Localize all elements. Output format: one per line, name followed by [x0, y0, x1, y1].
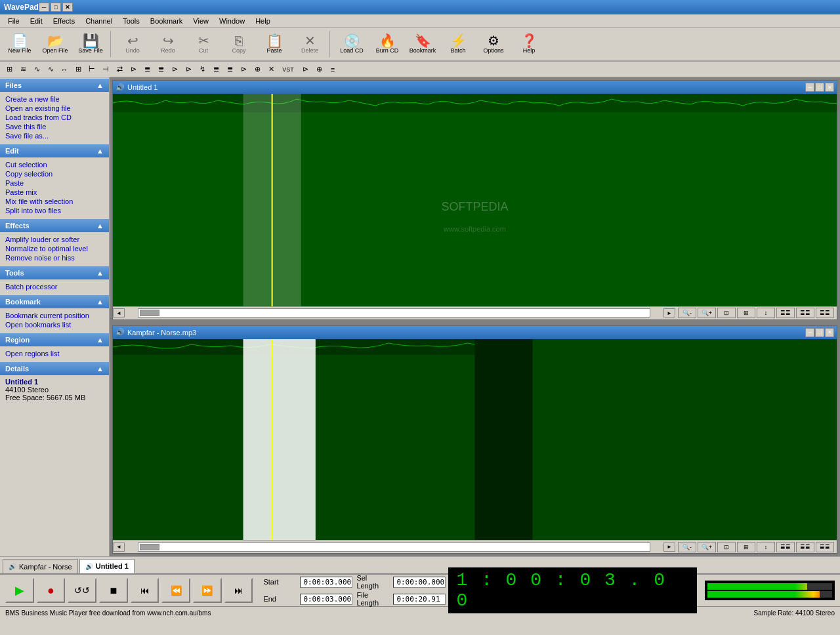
zoom-fit-button-kampfar[interactable]: ⊡ — [717, 542, 736, 552]
redo-button[interactable]: ↪ Redo — [151, 29, 185, 59]
undo-button[interactable]: ↩ Undo — [116, 29, 150, 59]
tb2-btn-12[interactable]: ≣ — [154, 63, 167, 76]
tb2-btn-13[interactable]: ⊳ — [168, 63, 181, 76]
burn-cd-button[interactable]: 🔥 Burn CD — [370, 29, 404, 59]
copy-selection-link[interactable]: Copy selection — [5, 169, 104, 178]
scroll-thumb-untitled1[interactable] — [140, 310, 159, 316]
scroll-right-untitled1[interactable]: ► — [663, 308, 675, 318]
minimize-button[interactable]: ─ — [39, 3, 49, 12]
bookmark-section-header[interactable]: Bookmark ▲ — [0, 295, 109, 308]
tb2-btn-9[interactable]: ⇄ — [113, 63, 126, 76]
tb2-btn-18[interactable]: ⊳ — [237, 63, 250, 76]
tb2-btn-23[interactable]: ≡ — [326, 63, 339, 76]
copy-button[interactable]: ⎘ Copy — [222, 29, 256, 59]
skip-end-button[interactable]: ⏭ — [224, 578, 253, 603]
bookmark-current-position-link[interactable]: Bookmark current position — [5, 311, 104, 320]
batch-processor-link[interactable]: Batch processor — [5, 282, 104, 291]
zoom-tool4-kampfar[interactable]: ≣≣ — [816, 542, 834, 552]
rewind-button[interactable]: ⏪ — [161, 578, 190, 603]
tb2-btn-16[interactable]: ≣ — [209, 63, 222, 76]
split-into-two-files-link[interactable]: Split into two files — [5, 206, 104, 215]
menu-bookmark[interactable]: Bookmark — [145, 16, 188, 26]
wave-maximize-untitled1[interactable]: □ — [815, 83, 824, 92]
tb2-btn-17[interactable]: ≣ — [223, 63, 236, 76]
scroll-thumb-kampfar[interactable] — [140, 544, 159, 550]
zoom-tool1-kampfar[interactable]: ↕ — [757, 542, 775, 552]
menu-channel[interactable]: Channel — [80, 16, 117, 26]
tb2-btn-8[interactable]: ⊣ — [99, 63, 112, 76]
zoom-in-button-kampfar[interactable]: 🔍+ — [698, 542, 716, 552]
tb2-btn-22[interactable]: ⊕ — [312, 63, 326, 76]
tb2-btn-3[interactable]: ∿ — [30, 63, 43, 76]
tools-section-header[interactable]: Tools ▲ — [0, 266, 109, 279]
wave-display-kampfar[interactable] — [113, 339, 837, 540]
options-button[interactable]: ⚙ Options — [476, 29, 511, 59]
zoom-tool3-kampfar[interactable]: ≣≣ — [796, 542, 814, 552]
tb2-btn-2[interactable]: ≋ — [16, 63, 30, 76]
tab-untitled1[interactable]: 🔊 Untitled 1 — [79, 559, 135, 573]
cut-button[interactable]: ✂ Cut — [186, 29, 220, 59]
wave-close-untitled1[interactable]: ✕ — [825, 83, 834, 92]
zoom-out-button-untitled1[interactable]: 🔍- — [678, 308, 696, 318]
new-file-button[interactable]: 📄 New File — [3, 29, 37, 59]
menu-file[interactable]: File — [3, 16, 25, 26]
wave-minimize-untitled1[interactable]: ─ — [805, 83, 814, 92]
paste-mix-link[interactable]: Paste mix — [5, 188, 104, 197]
zoom-tool2-kampfar[interactable]: ≣≣ — [776, 542, 795, 552]
tb2-btn-vst[interactable]: VST — [278, 63, 298, 76]
zoom-tool2-untitled1[interactable]: ≣≣ — [776, 308, 795, 318]
wave-minimize-kampfar[interactable]: ─ — [805, 328, 814, 337]
zoom-fit-button-untitled1[interactable]: ⊡ — [717, 308, 736, 318]
bookmark-button[interactable]: 🔖 Bookmark — [406, 29, 440, 59]
tb2-btn-5[interactable]: ↔ — [58, 63, 71, 76]
menu-window[interactable]: Window — [214, 16, 250, 26]
delete-button[interactable]: ✕ Delete — [293, 29, 327, 59]
remove-noise-link[interactable]: Remove noise or hiss — [5, 253, 104, 262]
menu-help[interactable]: Help — [250, 16, 276, 26]
tb2-btn-11[interactable]: ≣ — [140, 63, 154, 76]
tb2-btn-15[interactable]: ↯ — [196, 63, 209, 76]
zoom-sel-button-untitled1[interactable]: ⊞ — [737, 308, 755, 318]
batch-button[interactable]: ⚡ Batch — [441, 29, 475, 59]
mix-file-with-selection-link[interactable]: Mix file with selection — [5, 197, 104, 206]
maximize-button[interactable]: □ — [51, 3, 61, 12]
tb2-btn-21[interactable]: ⊳ — [299, 63, 312, 76]
amplify-link[interactable]: Amplify louder or softer — [5, 235, 104, 244]
zoom-tool1-untitled1[interactable]: ↕ — [757, 308, 775, 318]
tb2-btn-6[interactable]: ⊞ — [72, 63, 85, 76]
menu-view[interactable]: View — [188, 16, 214, 26]
paste-link[interactable]: Paste — [5, 178, 104, 188]
create-new-file-link[interactable]: Create a new file — [5, 94, 104, 104]
tb2-btn-1[interactable]: ⊞ — [3, 63, 16, 76]
save-file-as-link[interactable]: Save file as... — [5, 131, 104, 140]
tb2-btn-7[interactable]: ⊢ — [85, 63, 98, 76]
scrollbar-untitled1[interactable] — [138, 308, 650, 318]
zoom-sel-button-kampfar[interactable]: ⊞ — [737, 542, 755, 552]
open-file-button[interactable]: 📂 Open File — [38, 29, 72, 59]
tb2-btn-20[interactable]: ✕ — [264, 63, 278, 76]
zoom-in-button-untitled1[interactable]: 🔍+ — [698, 308, 716, 318]
save-file-button[interactable]: 💾 Save File — [74, 29, 108, 59]
play-button[interactable]: ▶ — [5, 578, 34, 603]
close-button[interactable]: ✕ — [62, 3, 73, 12]
region-section-header[interactable]: Region ▲ — [0, 333, 109, 346]
fast-forward-button[interactable]: ⏩ — [193, 578, 222, 603]
save-this-file-link[interactable]: Save this file — [5, 122, 104, 131]
menu-edit[interactable]: Edit — [25, 16, 48, 26]
edit-section-header[interactable]: Edit ▲ — [0, 144, 109, 157]
loop-button[interactable]: ↺↺ — [68, 578, 96, 603]
wave-close-kampfar[interactable]: ✕ — [825, 328, 834, 337]
tab-kampfar[interactable]: 🔊 Kampfar - Norse — [3, 559, 78, 573]
skip-start-button[interactable]: ⏮ — [131, 578, 159, 603]
open-regions-list-link[interactable]: Open regions list — [5, 349, 104, 358]
tb2-btn-19[interactable]: ⊕ — [251, 63, 264, 76]
open-bookmarks-list-link[interactable]: Open bookmarks list — [5, 320, 104, 329]
zoom-tool3-untitled1[interactable]: ≣≣ — [796, 308, 814, 318]
effects-section-header[interactable]: Effects ▲ — [0, 219, 109, 232]
scroll-left-untitled1[interactable]: ◄ — [113, 308, 125, 318]
zoom-out-button-kampfar[interactable]: 🔍- — [678, 542, 696, 552]
tb2-btn-10[interactable]: ⊳ — [127, 63, 140, 76]
load-cd-button[interactable]: 💿 Load CD — [335, 29, 369, 59]
zoom-tool4-untitled1[interactable]: ≣≣ — [816, 308, 834, 318]
scroll-left-kampfar[interactable]: ◄ — [113, 543, 125, 552]
